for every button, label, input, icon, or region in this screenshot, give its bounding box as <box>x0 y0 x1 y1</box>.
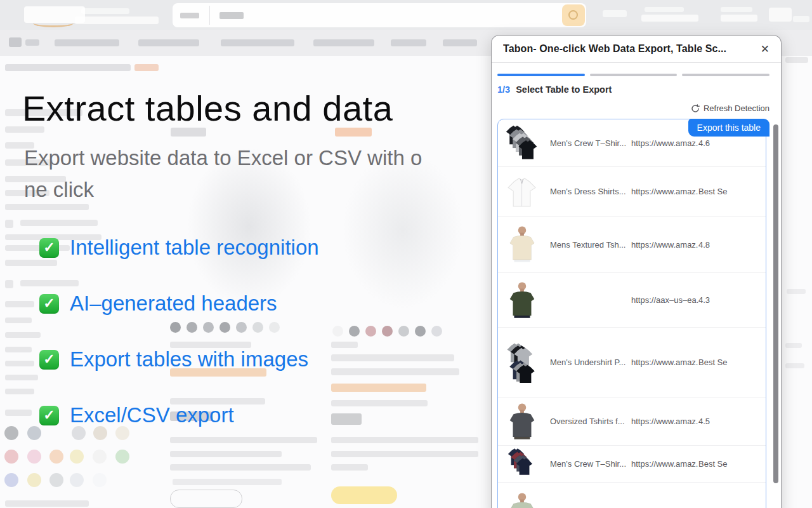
bg-color-swatch <box>170 322 181 333</box>
bg-shape <box>331 368 459 375</box>
bg-color-swatch <box>115 426 129 440</box>
bg-color-swatch <box>203 322 214 333</box>
cell-product-name: Men's Dress Shirts... <box>542 187 631 196</box>
bg-shape <box>331 354 454 361</box>
bg-shape <box>785 57 808 63</box>
bg-shape <box>721 7 752 12</box>
bg-shape <box>331 413 362 425</box>
progress-segment-1 <box>497 74 585 76</box>
refresh-icon <box>691 104 700 113</box>
bg-color-swatch <box>27 450 41 464</box>
detected-table[interactable]: Men's Crew T–Shir...https://www.amaz...4… <box>497 119 766 508</box>
bg-shape <box>5 347 32 352</box>
bg-shape <box>5 176 66 182</box>
progress-bar <box>497 74 769 76</box>
bg-shape <box>785 343 802 348</box>
bg-color-swatch <box>70 450 84 464</box>
table-row[interactable]: Mens Textured Tsh...https://www.amaz...4… <box>498 217 766 273</box>
bg-shape <box>391 39 426 46</box>
bg-shape <box>331 437 478 443</box>
bg-shape <box>5 375 38 380</box>
bg-color-swatch <box>4 450 18 464</box>
cell-product-rating: 4.5 <box>698 417 766 426</box>
step-title: Select Table to Export <box>516 84 612 95</box>
cell-product-name: Mens Textured Tsh... <box>542 240 631 250</box>
bg-shape <box>5 234 102 240</box>
product-image <box>506 328 542 397</box>
scrollbar[interactable] <box>773 124 778 483</box>
bg-shape <box>5 260 57 266</box>
bg-shape <box>81 8 129 14</box>
background-see-options-button <box>170 490 242 508</box>
table-row[interactable]: Oversized Tshirts f...https://www.amaz..… <box>498 398 766 446</box>
cell-product-rating: Best Se <box>698 187 766 196</box>
bg-shape <box>5 109 82 116</box>
cell-product-name: Men's Crew T–Shir... <box>542 138 631 148</box>
bg-shape <box>331 384 426 392</box>
bg-shape <box>331 400 428 406</box>
table-row[interactable]: Men's Undershirt P...https://www.amaz...… <box>498 328 766 398</box>
bg-color-swatch <box>332 326 343 337</box>
bg-shape <box>170 437 317 443</box>
cell-product-name: Men's Crew T–Shir... <box>542 459 631 469</box>
bg-color-swatch <box>269 322 280 333</box>
background-product-image <box>187 147 311 306</box>
bg-shape <box>5 64 131 71</box>
bg-color-swatch <box>93 426 107 440</box>
bg-shape <box>331 451 478 457</box>
background-search-bar <box>173 3 586 27</box>
product-image <box>506 483 542 508</box>
bg-shape <box>75 17 159 24</box>
bg-shape <box>603 10 627 17</box>
bg-shape <box>170 342 251 348</box>
bg-color-swatch <box>4 473 18 487</box>
bg-shape <box>5 301 34 307</box>
step-indicator: 1/3 <box>497 84 510 95</box>
background-product-image <box>343 151 463 309</box>
bg-shape <box>5 159 53 166</box>
bg-shape <box>221 39 294 46</box>
product-image <box>506 119 542 166</box>
bg-shape <box>5 410 32 416</box>
background-magnifier-icon <box>568 10 578 20</box>
bg-shape <box>5 142 34 149</box>
table-row[interactable]: https://aax–us–ea...4.3 <box>498 273 766 328</box>
bg-color-swatch <box>49 473 63 487</box>
export-table-button[interactable]: Export this table <box>688 119 769 137</box>
bg-shape <box>787 289 806 294</box>
popup-title: Tabon- One-click Web Data Export, Table … <box>503 43 726 55</box>
bg-shape <box>785 363 804 368</box>
refresh-detection-button[interactable]: Refresh Detection <box>497 104 769 113</box>
table-row[interactable]: Men's Crew T–Shir...https://www.amaz...B… <box>498 446 766 483</box>
product-image <box>506 398 542 445</box>
bg-color-swatch <box>236 322 247 333</box>
bg-color-swatch <box>398 326 409 337</box>
cell-product-url: https://www.amaz... <box>631 187 698 196</box>
bg-shape <box>793 16 809 22</box>
bg-shape <box>170 368 266 377</box>
bg-color-swatch <box>72 426 86 440</box>
progress-segment-2 <box>590 74 678 76</box>
bg-shape <box>5 204 89 210</box>
table-row[interactable]: Men's Dress Shirts...https://www.amaz...… <box>498 167 766 217</box>
bg-shape <box>20 280 79 286</box>
table-row[interactable] <box>498 483 766 508</box>
cell-product-name: Oversized Tshirts f... <box>542 417 631 426</box>
bg-color-swatch <box>365 326 376 337</box>
bg-shape <box>5 126 44 133</box>
bg-color-swatch <box>27 426 41 440</box>
bg-shape <box>5 389 34 394</box>
bg-shape <box>134 64 159 71</box>
bg-color-swatch <box>27 473 41 487</box>
bg-shape <box>170 451 282 457</box>
close-icon[interactable]: ✕ <box>754 43 769 56</box>
bg-color-swatch <box>70 473 84 487</box>
bg-shape <box>9 37 22 47</box>
bg-color-swatch <box>415 326 426 337</box>
bg-shape <box>5 220 13 228</box>
product-image <box>506 217 542 272</box>
bg-color-swatch <box>4 426 18 440</box>
bg-color-swatch <box>349 326 360 337</box>
cell-product-url: https://www.amaz... <box>631 417 698 426</box>
bg-shape <box>173 479 282 485</box>
